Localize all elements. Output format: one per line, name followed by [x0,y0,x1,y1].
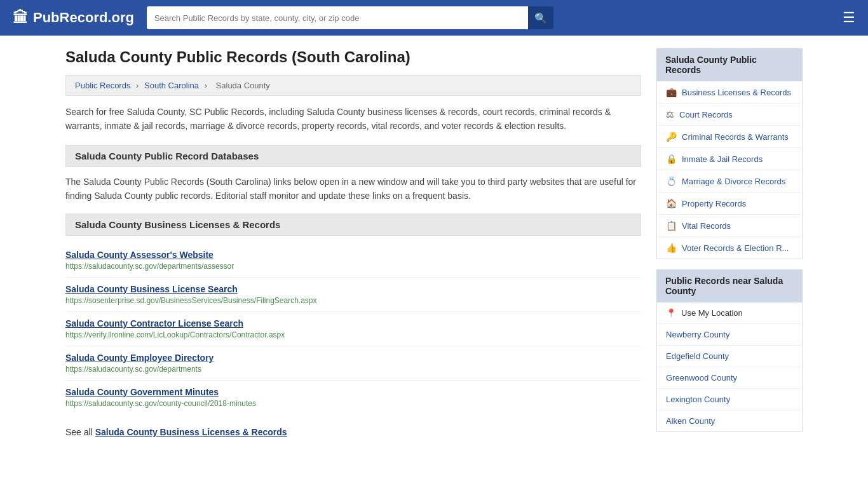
logo-icon: 🏛 [13,9,28,27]
logo-link[interactable]: 🏛 PubRecord.org [13,9,134,27]
sidebar-item-label: Criminal Records & Warrants [682,132,789,142]
nearby-item-label: Aiken County [666,416,715,426]
sidebar-item-label: Inmate & Jail Records [682,154,763,164]
nearby-item[interactable]: 📍Use My Location [657,302,802,324]
nearby-item[interactable]: Aiken County [657,410,802,431]
sidebar-nav-item[interactable]: 💼Business Licenses & Records [657,81,802,104]
sidebar-nav-item[interactable]: 🏠Property Records [657,193,802,215]
see-all-text: See all [65,427,95,437]
sidebar-item-label: Vital Records [682,221,731,231]
intro-text: Search for free Saluda County, SC Public… [65,105,641,133]
breadcrumb-saluda-county: Saluda County [216,81,270,90]
search-bar: 🔍 [147,6,553,29]
breadcrumb-public-records[interactable]: Public Records [75,81,130,90]
nearby-item-label: Newberry County [666,330,729,339]
record-item: Saluda County Government Minuteshttps://… [65,381,641,414]
breadcrumb-south-carolina[interactable]: South Carolina [144,81,199,90]
sidebar-nav: 💼Business Licenses & Records⚖Court Recor… [656,81,803,259]
sidebar-item-icon: ⚖ [666,109,674,119]
sidebar-item-label: Voter Records & Election R... [682,243,789,253]
sidebar-nav-item[interactable]: 👍Voter Records & Election R... [657,237,802,259]
nearby-item[interactable]: Greenwood County [657,367,802,389]
nearby-item[interactable]: Edgefield County [657,346,802,367]
sidebar-item-icon: 👍 [666,243,677,253]
search-button[interactable]: 🔍 [528,6,553,29]
nearby-item-label: Use My Location [681,308,743,318]
record-url: https://verify.llronline.com/LicLookup/C… [65,330,641,339]
databases-section-header: Saluda County Public Record Databases [65,145,641,167]
record-url: https://sosenterprise.sd.gov/BusinessSer… [65,296,641,305]
record-title[interactable]: Saluda County Government Minutes [65,387,641,397]
sidebar-title: Saluda County Public Records [656,48,803,81]
logo-text: PubRecord.org [33,10,134,26]
sidebar-nav-item[interactable]: ⚖Court Records [657,104,802,126]
main-wrapper: Saluda County Public Records (South Caro… [53,36,815,450]
nearby-title: Public Records near Saluda County [656,269,803,302]
sidebar: Saluda County Public Records 💼Business L… [656,48,803,437]
record-title[interactable]: Saluda County Contractor License Search [65,318,641,329]
nearby-item[interactable]: Newberry County [657,324,802,346]
nearby-item-label: Edgefield County [666,351,729,361]
record-url: https://saludacounty.sc.gov/departments [65,365,641,374]
record-item: Saluda County Business License Searchhtt… [65,278,641,312]
records-list: Saluda County Assessor's Websitehttps://… [65,243,641,414]
nearby-item-icon: 📍 [666,308,676,318]
sidebar-nav-item[interactable]: 💍Marriage & Divorce Records [657,170,802,193]
sidebar-nav-item[interactable]: 📋Vital Records [657,215,802,237]
search-icon: 🔍 [534,12,547,24]
business-section-header: Saluda County Business Licenses & Record… [65,214,641,236]
record-url: https://saludacounty.sc.gov/county-counc… [65,399,641,408]
record-title[interactable]: Saluda County Business License Search [65,284,641,294]
page-title: Saluda County Public Records (South Caro… [65,48,641,66]
record-item: Saluda County Employee Directoryhttps://… [65,346,641,381]
sidebar-item-label: Court Records [679,110,733,119]
record-item: Saluda County Assessor's Websitehttps://… [65,243,641,278]
sidebar-item-icon: 🔑 [666,132,677,142]
sidebar-item-icon: 💼 [666,87,677,97]
sidebar-nav-item[interactable]: 🔑Criminal Records & Warrants [657,126,802,148]
breadcrumb: Public Records › South Carolina › Saluda… [65,75,641,96]
menu-button[interactable]: ☰ [843,11,855,25]
content-area: Saluda County Public Records (South Caro… [65,48,641,437]
sidebar-item-icon: 💍 [666,176,677,186]
databases-description: The Saluda County Public Records (South … [65,175,641,203]
sidebar-item-label: Business Licenses & Records [682,88,791,97]
record-title[interactable]: Saluda County Employee Directory [65,353,641,363]
nearby-item-label: Lexington County [666,395,730,404]
nearby-item-label: Greenwood County [666,373,737,383]
record-title[interactable]: Saluda County Assessor's Website [65,250,641,260]
menu-icon: ☰ [843,10,855,25]
nearby-list: 📍Use My LocationNewberry CountyEdgefield… [656,302,803,432]
header: 🏛 PubRecord.org 🔍 ☰ [0,0,868,36]
search-input[interactable] [147,6,528,29]
nearby-item[interactable]: Lexington County [657,389,802,410]
see-all: See all Saluda County Business Licenses … [65,421,641,437]
record-item: Saluda County Contractor License Searchh… [65,312,641,346]
breadcrumb-sep-2: › [205,81,210,90]
sidebar-item-icon: 📋 [666,220,677,231]
see-all-link[interactable]: Saluda County Business Licenses & Record… [95,427,287,437]
sidebar-item-icon: 🏠 [666,198,677,208]
sidebar-nav-item[interactable]: 🔒Inmate & Jail Records [657,148,802,170]
sidebar-item-icon: 🔒 [666,154,677,164]
sidebar-item-label: Property Records [682,199,746,208]
sidebar-item-label: Marriage & Divorce Records [682,177,785,186]
breadcrumb-sep-1: › [136,81,141,90]
record-url: https://saludacounty.sc.gov/departments/… [65,262,641,271]
